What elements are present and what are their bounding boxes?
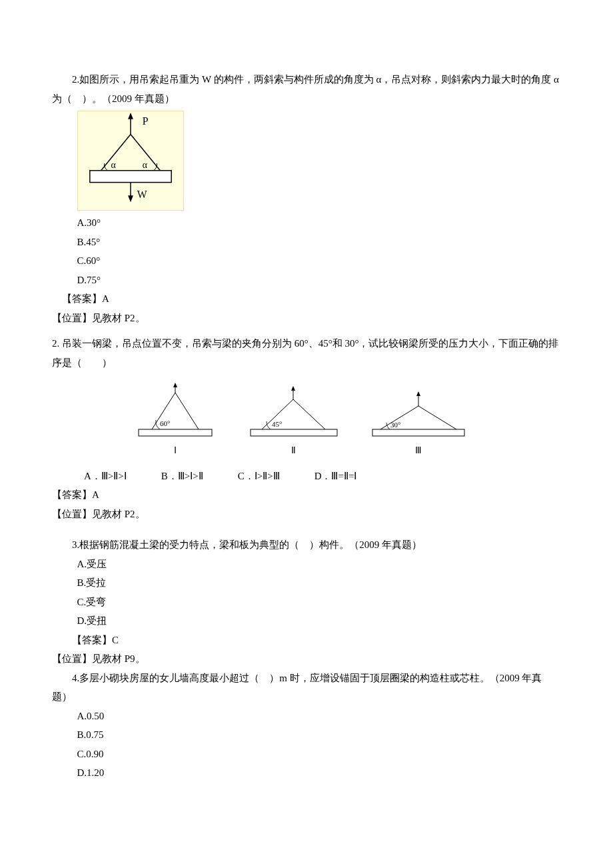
fig2-label-2: Ⅱ xyxy=(245,442,342,460)
q2a-option-c: C.60° xyxy=(52,251,561,271)
q2b-option-b: B．Ⅲ>Ⅰ>Ⅱ xyxy=(161,467,203,486)
svg-line-2 xyxy=(101,135,130,171)
figure-label-alpha-left: α xyxy=(111,160,115,170)
svg-marker-8 xyxy=(173,383,177,387)
q3-option-c: C.受弯 xyxy=(52,593,561,612)
question-3-text: 3.根据钢筋混凝土梁的受力特点，梁和板为典型的（ ）构件。（2009 年真题） xyxy=(52,535,561,555)
svg-line-10 xyxy=(175,393,199,429)
q2b-option-d: D．Ⅲ=Ⅱ=Ⅰ xyxy=(314,467,357,486)
question-4-text: 4.多层小砌块房屋的女儿墙高度最小超过（ ）m 时，应增设锚固于顶层圈梁的构造柱… xyxy=(52,669,561,707)
svg-text:60°: 60° xyxy=(160,419,170,427)
fig2-label-3: Ⅲ xyxy=(368,442,468,460)
q4-option-c: C.0.90 xyxy=(52,745,561,764)
fig2-label-1: Ⅰ xyxy=(132,442,219,460)
q3-option-a: A.受压 xyxy=(52,555,561,574)
q2b-options-row: A．Ⅲ>Ⅱ>Ⅰ B．Ⅲ>Ⅰ>Ⅱ C．Ⅰ>Ⅱ>Ⅲ D．Ⅲ=Ⅱ=Ⅰ xyxy=(52,467,561,486)
q4-option-a: A.0.50 xyxy=(52,707,561,726)
svg-marker-14 xyxy=(291,386,295,391)
svg-rect-4 xyxy=(89,171,171,183)
q4-option-b: B.0.75 xyxy=(52,725,561,745)
svg-text:45°: 45° xyxy=(272,420,282,428)
q2a-option-d: D.75° xyxy=(52,271,561,290)
svg-line-16 xyxy=(293,399,325,429)
question-2a-text: 2.如图所示，用吊索起吊重为 W 的构件，两斜索与构件所成的角度为 α，吊点对称… xyxy=(52,70,561,108)
figure-label-p: P xyxy=(142,115,148,127)
svg-marker-20 xyxy=(416,391,420,396)
q2b-answer: 【答案】A xyxy=(52,485,561,505)
svg-rect-12 xyxy=(139,429,212,436)
question-2a-figure: P α α W xyxy=(77,111,562,211)
question-2b-text: 2. 吊装一钢梁，吊点位置不变，吊索与梁的夹角分别为 60°、45°和 30°，… xyxy=(52,334,561,372)
svg-marker-6 xyxy=(128,195,133,202)
figure-label-w: W xyxy=(137,189,147,200)
figure-label-alpha-right: α xyxy=(142,160,147,170)
q3-answer: 【答案】C xyxy=(52,631,561,650)
q2a-answer: 【答案】A xyxy=(52,289,561,309)
question-2b-figures: 60° Ⅰ 45° Ⅱ 30° Ⅲ xyxy=(132,383,561,460)
q3-option-b: B.受拉 xyxy=(52,573,561,593)
q2b-option-c: C．Ⅰ>Ⅱ>Ⅲ xyxy=(238,467,280,486)
q2a-option-a: A.30° xyxy=(52,213,561,233)
q2b-position: 【位置】见教材 P2。 xyxy=(52,505,561,524)
q2b-option-a: A．Ⅲ>Ⅱ>Ⅰ xyxy=(84,467,127,486)
svg-rect-18 xyxy=(251,429,337,436)
q3-position: 【位置】见教材 P9。 xyxy=(52,649,561,669)
svg-rect-24 xyxy=(372,429,464,436)
q2a-position: 【位置】见教材 P2。 xyxy=(52,309,561,328)
svg-marker-1 xyxy=(128,113,133,119)
q3-option-d: D.受扭 xyxy=(52,611,561,631)
svg-text:30°: 30° xyxy=(390,421,400,429)
q4-option-d: D.1.20 xyxy=(52,763,561,783)
svg-line-22 xyxy=(418,406,456,429)
q2a-option-b: B.45° xyxy=(52,233,561,252)
